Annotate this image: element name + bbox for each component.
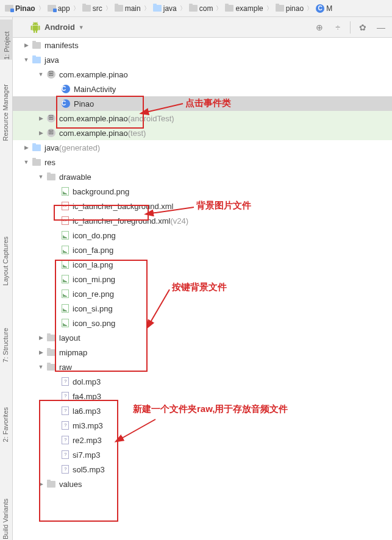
tree-node-file[interactable]: icon_si.png [13, 301, 392, 316]
tree-node-file[interactable]: icon_re.png [13, 286, 392, 301]
image-file-icon [62, 260, 69, 269]
folder-icon [276, 5, 284, 12]
gear-icon[interactable]: ✿ [357, 21, 369, 34]
dropdown-arrow-icon[interactable]: ▼ [79, 24, 84, 30]
tree-node-java-generated[interactable]: ▶java (generated) [13, 140, 392, 155]
expand-icon[interactable]: ▶ [23, 42, 30, 48]
tree-suffix: (generated) [59, 143, 100, 152]
tree-node-file[interactable]: icon_so.png [13, 316, 392, 330]
tree-node-file[interactable]: background.png [13, 184, 392, 199]
tree-label: dol.mp3 [73, 377, 101, 386]
collapse-icon[interactable]: ▼ [23, 57, 30, 63]
package-icon [47, 70, 55, 79]
audio-file-icon [62, 377, 69, 386]
audio-file-icon [62, 465, 69, 474]
side-tab-layout-captures[interactable]: Layout Captures [2, 236, 9, 286]
tree-node-package-main[interactable]: ▼com.example.pinao [13, 67, 392, 82]
module-icon [48, 5, 56, 12]
tree-node-layout[interactable]: ▶layout [13, 330, 392, 345]
crumb-com[interactable]: com [187, 4, 216, 13]
folder-icon [32, 144, 41, 151]
tree-label: icon_re.png [73, 290, 114, 299]
side-tab-project[interactable]: 1: Project [0, 20, 13, 60]
expand-icon[interactable]: ▶ [37, 335, 45, 341]
tree-node-drawable[interactable]: ▼drawable [13, 169, 392, 184]
crumb-pinao[interactable]: pinao [273, 4, 306, 13]
tree-label: ic_launcher_background.xml [73, 202, 173, 211]
expand-icon[interactable]: ▶ [37, 130, 45, 136]
target-icon[interactable]: ⊕ [313, 21, 326, 34]
tree-node-mainactivity[interactable]: CMainActivity [13, 82, 392, 96]
tree-node-package-androidtest[interactable]: ▶com.example.pinao (androidTest) [13, 111, 392, 126]
side-tab-resource-manager[interactable]: Resource Manager [2, 84, 9, 141]
side-tab-favorites[interactable]: 2: Favorites [2, 407, 9, 442]
tree-label: icon_la.png [73, 260, 113, 269]
tree-node-raw[interactable]: ▼raw [13, 360, 392, 374]
tree-label: fa4.mp3 [73, 392, 101, 401]
tree-node-file[interactable]: re2.mp3 [13, 433, 392, 447]
crumb-app[interactable]: app [45, 4, 73, 13]
tree-label: res [45, 158, 55, 167]
audio-file-icon [62, 421, 69, 430]
separator [350, 21, 351, 34]
collapse-icon[interactable]: ▼ [37, 364, 45, 370]
tree-node-mipmap[interactable]: ▶mipmap [13, 345, 392, 360]
folder-icon [47, 481, 55, 488]
tree-node-file[interactable]: si7.mp3 [13, 447, 392, 462]
image-file-icon [62, 187, 69, 196]
folder-icon [189, 5, 198, 12]
side-tab-build-variants[interactable]: Build Variants [2, 499, 9, 539]
crumb-src[interactable]: src [80, 4, 105, 13]
android-icon [30, 22, 41, 33]
image-file-icon [62, 231, 69, 240]
collapse-icon[interactable]: ▼ [37, 174, 45, 180]
tree-node-file[interactable]: ic_launcher_background.xml [13, 199, 392, 213]
chevron-icon: 〉 [215, 4, 223, 13]
tree-node-file[interactable]: la6.mp3 [13, 403, 392, 418]
view-label[interactable]: Android [45, 23, 75, 32]
expand-icon[interactable]: ▶ [37, 349, 45, 355]
expand-icon[interactable]: ▶ [37, 115, 45, 121]
folder-icon [32, 159, 41, 166]
tree-label: icon_do.png [73, 231, 116, 240]
audio-file-icon [62, 450, 69, 459]
crumb-module[interactable]: Pinao [2, 4, 38, 13]
tree-node-file[interactable]: icon_fa.png [13, 243, 392, 257]
tree-node-file[interactable]: icon_mi.png [13, 272, 392, 286]
side-tab-structure[interactable]: 7: Structure [2, 328, 9, 363]
chevron-icon: 〉 [179, 4, 187, 13]
module-icon [5, 5, 13, 12]
collapse-icon[interactable]: ▼ [23, 159, 30, 165]
tree-node-pinao[interactable]: CPinao [13, 96, 392, 111]
tree-node-manifests[interactable]: ▶manifests [13, 38, 392, 52]
crumb-java[interactable]: java [151, 4, 179, 13]
minimize-icon[interactable]: — [375, 21, 387, 34]
tree-node-file[interactable]: sol5.mp3 [13, 462, 392, 477]
crumb-class[interactable]: CM [313, 4, 335, 13]
tree-node-file[interactable]: icon_la.png [13, 257, 392, 272]
image-file-icon [62, 246, 69, 254]
audio-file-icon [62, 436, 69, 444]
crumb-example[interactable]: example [223, 4, 265, 13]
project-tree: ▶manifests ▼java ▼com.example.pinao CMai… [13, 38, 392, 540]
tree-label: icon_fa.png [73, 246, 113, 255]
crumb-main[interactable]: main [112, 4, 143, 13]
tree-node-file[interactable]: fa4.mp3 [13, 389, 392, 403]
collapse-icon[interactable]: ▼ [37, 71, 45, 77]
tree-node-file[interactable]: ic_launcher_foreground.xml (v24) [13, 213, 392, 228]
tree-node-java[interactable]: ▼java [13, 52, 392, 67]
tree-node-package-test[interactable]: ▶com.example.pinao (test) [13, 126, 392, 140]
expand-icon[interactable]: ▶ [23, 144, 30, 151]
collapse-icon[interactable]: ÷ [332, 21, 344, 34]
tree-label: Pinao [74, 99, 94, 108]
tree-node-file[interactable]: dol.mp3 [13, 374, 392, 389]
tree-node-values[interactable]: ▶values [13, 477, 392, 491]
tree-node-file[interactable]: icon_do.png [13, 228, 392, 243]
expand-icon[interactable]: ▶ [37, 481, 45, 487]
tree-label: icon_mi.png [73, 275, 115, 284]
tree-label: mi3.mp3 [73, 421, 103, 430]
folder-icon [47, 349, 55, 356]
tree-node-file[interactable]: mi3.mp3 [13, 418, 392, 433]
tree-node-res[interactable]: ▼res [13, 155, 392, 169]
folder-icon [153, 5, 162, 12]
